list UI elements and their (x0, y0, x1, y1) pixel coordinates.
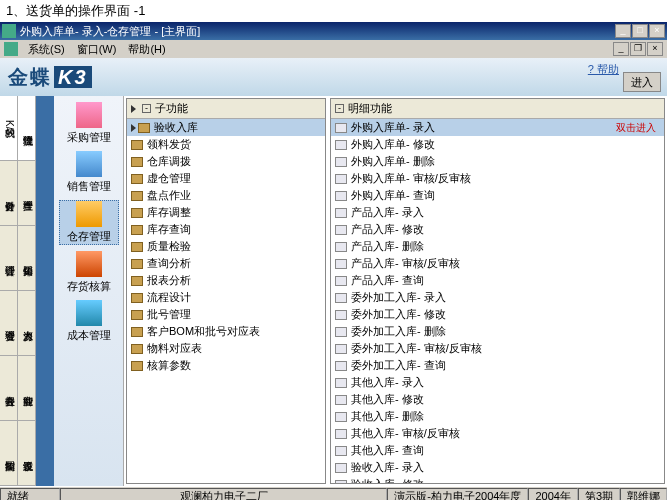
app-header: 金蝶K3 ? 帮助 进入 (0, 58, 667, 96)
detail-item[interactable]: 委外加工入库- 查询 (331, 357, 664, 374)
sub-function-panel: - 子功能 验收入库领料发货仓库调拨虚仓管理盘点作业库存调整库存查询质量检验查询… (126, 98, 326, 484)
menu-window[interactable]: 窗口(W) (71, 42, 123, 57)
detail-item[interactable]: 其他入库- 删除 (331, 408, 664, 425)
module-item-4[interactable]: 成本管理 (59, 300, 119, 343)
detail-item[interactable]: 外购入库单- 录入双击进入 (331, 119, 664, 136)
module-label: 销售管理 (67, 179, 111, 194)
folder-icon (131, 191, 143, 201)
vtab-left-4[interactable]: 合并报表 (0, 356, 17, 421)
vtab-left-1[interactable]: 财务会计 (0, 161, 17, 226)
child-restore-button[interactable]: ❐ (630, 42, 646, 56)
detail-item[interactable]: 外购入库单- 查询 (331, 187, 664, 204)
sub-item-label: 物料对应表 (147, 341, 202, 356)
sub-item[interactable]: 库存查询 (127, 221, 325, 238)
child-minimize-button[interactable]: _ (613, 42, 629, 56)
vtab-left-5[interactable]: 集团控制 (0, 421, 17, 486)
detail-item[interactable]: 委外加工入库- 修改 (331, 306, 664, 323)
detail-item[interactable]: 产品入库- 删除 (331, 238, 664, 255)
vtab-right-4[interactable]: 商业智能 (18, 356, 35, 421)
module-item-2[interactable]: 仓存管理 (59, 200, 119, 245)
vtab-right-0[interactable]: 物流管理 (18, 96, 35, 161)
detail-item[interactable]: 外购入库单- 修改 (331, 136, 664, 153)
document-icon (335, 463, 347, 473)
sub-item[interactable]: 领料发货 (127, 136, 325, 153)
module-item-1[interactable]: 销售管理 (59, 151, 119, 194)
detail-item-label: 其他入库- 查询 (351, 443, 424, 458)
sub-item[interactable]: 验收入库 (127, 119, 325, 136)
folder-icon (131, 344, 143, 354)
detail-item[interactable]: 其他入库- 修改 (331, 391, 664, 408)
sub-item[interactable]: 质量检验 (127, 238, 325, 255)
document-icon (335, 140, 347, 150)
detail-item[interactable]: 外购入库单- 审核/反审核 (331, 170, 664, 187)
sub-item-label: 验收入库 (154, 120, 198, 135)
child-close-button[interactable]: × (647, 42, 663, 56)
vtab-right-2[interactable]: 集团分销 (18, 226, 35, 291)
folder-icon (138, 123, 150, 133)
sub-item-label: 盘点作业 (147, 188, 191, 203)
double-click-hint: 双击进入 (616, 121, 660, 135)
detail-item[interactable]: 产品入库- 录入 (331, 204, 664, 221)
detail-collapse-icon[interactable]: - (335, 104, 344, 113)
detail-function-list[interactable]: 外购入库单- 录入双击进入外购入库单- 修改外购入库单- 删除外购入库单- 审核… (331, 119, 664, 483)
vtab-right-3[interactable]: 人力资源 (18, 291, 35, 356)
minimize-button[interactable]: _ (615, 24, 631, 38)
vtab-left-0[interactable]: 我的K/3 (0, 96, 17, 161)
sub-item-label: 库存查询 (147, 222, 191, 237)
folder-icon (131, 276, 143, 286)
sub-item[interactable]: 虚仓管理 (127, 170, 325, 187)
detail-item[interactable]: 验收入库- 录入 (331, 459, 664, 476)
window-titlebar: 外购入库单- 录入-仓存管理 - [主界面] _ □ × (0, 22, 667, 40)
vtab-right-1[interactable]: 生产管理 (18, 161, 35, 226)
detail-item[interactable]: 其他入库- 录入 (331, 374, 664, 391)
detail-item[interactable]: 委外加工入库- 录入 (331, 289, 664, 306)
module-icon (76, 251, 102, 277)
sub-item[interactable]: 查询分析 (127, 255, 325, 272)
vtab-left-2[interactable]: 管理会计 (0, 226, 17, 291)
sub-item[interactable]: 盘点作业 (127, 187, 325, 204)
module-item-3[interactable]: 存货核算 (59, 251, 119, 294)
detail-item[interactable]: 外购入库单- 删除 (331, 153, 664, 170)
collapse-minus-icon[interactable]: - (142, 104, 151, 113)
detail-item[interactable]: 产品入库- 修改 (331, 221, 664, 238)
sub-item-label: 查询分析 (147, 256, 191, 271)
blue-sidebar (36, 96, 54, 486)
module-icon (76, 102, 102, 128)
sub-item[interactable]: 批号管理 (127, 306, 325, 323)
module-item-0[interactable]: 采购管理 (59, 102, 119, 145)
detail-item[interactable]: 委外加工入库- 审核/反审核 (331, 340, 664, 357)
module-icon-column: 采购管理销售管理仓存管理存货核算成本管理 (54, 96, 124, 486)
sub-item-label: 仓库调拨 (147, 154, 191, 169)
sub-item[interactable]: 库存调整 (127, 204, 325, 221)
detail-item[interactable]: 委外加工入库- 删除 (331, 323, 664, 340)
sub-item[interactable]: 流程设计 (127, 289, 325, 306)
detail-item[interactable]: 其他入库- 审核/反审核 (331, 425, 664, 442)
sub-function-list[interactable]: 验收入库领料发货仓库调拨虚仓管理盘点作业库存调整库存查询质量检验查询分析报表分析… (127, 119, 325, 483)
module-icon (76, 300, 102, 326)
menu-help[interactable]: 帮助(H) (122, 42, 171, 57)
sub-item[interactable]: 客户BOM和批号对应表 (127, 323, 325, 340)
brand-logo: 金蝶K3 (8, 64, 92, 91)
enter-button[interactable]: 进入 (623, 72, 661, 92)
detail-item[interactable]: 产品入库- 审核/反审核 (331, 255, 664, 272)
close-button[interactable]: × (649, 24, 665, 38)
vtab-right-5[interactable]: 系统设置 (18, 421, 35, 486)
help-link[interactable]: ? 帮助 (588, 62, 619, 77)
detail-item[interactable]: 其他入库- 查询 (331, 442, 664, 459)
menu-system[interactable]: 系统(S) (22, 42, 71, 57)
maximize-button[interactable]: □ (632, 24, 648, 38)
collapse-arrow-icon[interactable] (131, 105, 136, 113)
sub-item[interactable]: 仓库调拨 (127, 153, 325, 170)
folder-icon (131, 225, 143, 235)
sub-item[interactable]: 物料对应表 (127, 340, 325, 357)
folder-icon (131, 174, 143, 184)
detail-item[interactable]: 产品入库- 查询 (331, 272, 664, 289)
document-icon (335, 378, 347, 388)
detail-item-label: 委外加工入库- 修改 (351, 307, 446, 322)
sub-item[interactable]: 核算参数 (127, 357, 325, 374)
status-version: 演示版-柏力电子2004年度 (387, 488, 528, 501)
document-icon (335, 293, 347, 303)
detail-item[interactable]: 验收入库- 修改 (331, 476, 664, 483)
vtab-left-3[interactable]: 资金管理 (0, 291, 17, 356)
sub-item[interactable]: 报表分析 (127, 272, 325, 289)
